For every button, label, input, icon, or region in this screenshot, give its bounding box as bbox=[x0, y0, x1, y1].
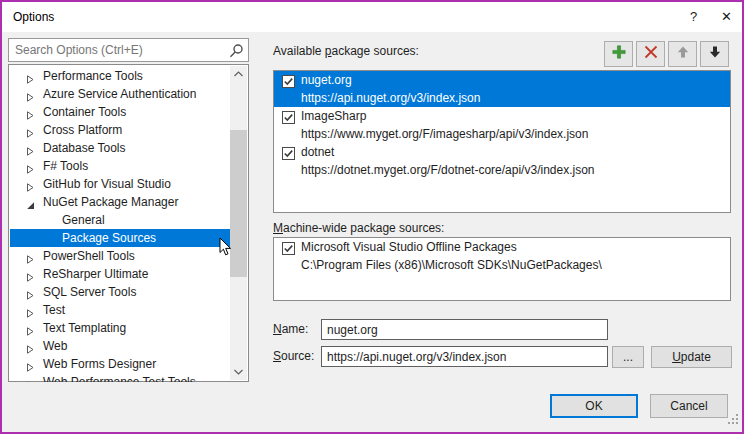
collapsed-arrow-icon[interactable] bbox=[26, 251, 35, 260]
search-box bbox=[8, 38, 249, 62]
tree-item-label: ReSharper Ultimate bbox=[43, 265, 148, 283]
package-source-texts: nuget.orghttps://api.nuget.org/v3/index.… bbox=[301, 71, 728, 107]
tree-item-label: Performance Tools bbox=[43, 67, 143, 85]
package-source-url: https://api.nuget.org/v3/index.json bbox=[301, 89, 728, 107]
tree-item-performance-tools[interactable]: Performance Tools bbox=[10, 67, 232, 85]
scroll-down-icon[interactable] bbox=[230, 364, 247, 380]
tree-item-package-sources[interactable]: Package Sources bbox=[10, 229, 232, 247]
collapsed-arrow-icon[interactable] bbox=[26, 89, 35, 98]
checkbox-checked[interactable] bbox=[282, 242, 295, 255]
tree-item-text-templating[interactable]: Text Templating bbox=[10, 319, 232, 337]
resize-grip-icon[interactable] bbox=[727, 411, 739, 429]
tree-item-web-performance-test-tools[interactable]: Web Performance Test Tools bbox=[10, 373, 232, 382]
cancel-button[interactable]: Cancel bbox=[650, 394, 728, 418]
package-source-row[interactable]: Microsoft Visual Studio Offline Packages… bbox=[274, 238, 730, 274]
collapsed-arrow-icon[interactable] bbox=[26, 71, 35, 80]
tree-item-container-tools[interactable]: Container Tools bbox=[10, 103, 232, 121]
tree-item-label: Text Templating bbox=[43, 319, 126, 337]
options-tree-rows: Performance ToolsAzure Service Authentic… bbox=[10, 66, 232, 382]
tree-scrollbar[interactable] bbox=[230, 66, 247, 380]
source-field[interactable] bbox=[321, 346, 608, 367]
remove-x-icon bbox=[643, 44, 659, 64]
name-field[interactable] bbox=[321, 319, 608, 340]
tree-item-powershell-tools[interactable]: PowerShell Tools bbox=[10, 247, 232, 265]
add-source-button[interactable] bbox=[604, 41, 633, 67]
help-button[interactable]: ? bbox=[678, 2, 709, 32]
package-source-row[interactable]: ImageSharphttps://www.myget.org/F/images… bbox=[274, 107, 730, 143]
tree-item-label: F# Tools bbox=[43, 157, 88, 175]
tree-item-azure-service-authentication[interactable]: Azure Service Authentication bbox=[10, 85, 232, 103]
checkbox-checked[interactable] bbox=[282, 147, 295, 160]
checkbox-checked[interactable] bbox=[282, 75, 295, 88]
scroll-up-icon[interactable] bbox=[230, 66, 247, 82]
collapsed-arrow-icon[interactable] bbox=[26, 125, 35, 134]
remove-source-button[interactable] bbox=[636, 41, 665, 67]
tree-item-f-tools[interactable]: F# Tools bbox=[10, 157, 232, 175]
package-source-name: dotnet bbox=[301, 143, 728, 161]
expanded-arrow-icon[interactable] bbox=[26, 197, 35, 206]
collapsed-arrow-icon[interactable] bbox=[26, 377, 35, 382]
tree-item-label: Container Tools bbox=[43, 103, 126, 121]
tree-item-resharper-ultimate[interactable]: ReSharper Ultimate bbox=[10, 265, 232, 283]
scrollbar-thumb[interactable] bbox=[230, 130, 247, 277]
search-icon[interactable] bbox=[228, 43, 244, 63]
collapsed-arrow-icon[interactable] bbox=[26, 269, 35, 278]
name-label: Name: bbox=[273, 319, 308, 340]
collapsed-arrow-icon[interactable] bbox=[26, 323, 35, 332]
close-button[interactable]: ✕ bbox=[711, 2, 742, 32]
tree-item-web-forms-designer[interactable]: Web Forms Designer bbox=[10, 355, 232, 373]
arrow-down-icon bbox=[708, 45, 722, 63]
tree-item-label: Azure Service Authentication bbox=[43, 85, 196, 103]
tree-item-label: Cross Platform bbox=[43, 121, 122, 139]
package-source-texts: ImageSharphttps://www.myget.org/F/images… bbox=[301, 107, 728, 143]
tree-item-label: GitHub for Visual Studio bbox=[43, 175, 171, 193]
plus-icon bbox=[611, 44, 627, 64]
tree-item-test[interactable]: Test bbox=[10, 301, 232, 319]
package-source-texts: dotnethttps://dotnet.myget.org/F/dotnet-… bbox=[301, 143, 728, 179]
tree-item-label: SQL Server Tools bbox=[43, 283, 136, 301]
collapsed-arrow-icon[interactable] bbox=[26, 341, 35, 350]
tree-item-nuget-package-manager[interactable]: NuGet Package Manager bbox=[10, 193, 232, 211]
tree-item-database-tools[interactable]: Database Tools bbox=[10, 139, 232, 157]
tree-item-web[interactable]: Web bbox=[10, 337, 232, 355]
tree-item-label: Web Performance Test Tools bbox=[43, 373, 196, 382]
tree-item-label: Test bbox=[43, 301, 65, 319]
collapsed-arrow-icon[interactable] bbox=[26, 359, 35, 368]
package-source-row[interactable]: dotnethttps://dotnet.myget.org/F/dotnet-… bbox=[274, 143, 730, 179]
package-source-row[interactable]: nuget.orghttps://api.nuget.org/v3/index.… bbox=[274, 71, 730, 107]
tree-item-general[interactable]: General bbox=[10, 211, 232, 229]
source-label: Source: bbox=[273, 346, 314, 367]
ok-button[interactable]: OK bbox=[550, 394, 638, 418]
tree-item-cross-platform[interactable]: Cross Platform bbox=[10, 121, 232, 139]
tree-item-label: NuGet Package Manager bbox=[43, 193, 178, 211]
dialog-title: Options bbox=[13, 2, 54, 32]
collapsed-arrow-icon[interactable] bbox=[26, 107, 35, 116]
collapsed-arrow-icon[interactable] bbox=[26, 287, 35, 296]
machine-sources-label: Machine-wide package sources: bbox=[273, 221, 444, 235]
package-source-name: nuget.org bbox=[301, 71, 728, 89]
title-bar[interactable]: Options ? ✕ bbox=[2, 2, 742, 32]
tree-item-sql-server-tools[interactable]: SQL Server Tools bbox=[10, 283, 232, 301]
package-source-url: https://www.myget.org/F/imagesharp/api/v… bbox=[301, 125, 728, 143]
tree-item-label: Database Tools bbox=[43, 139, 126, 157]
update-button[interactable]: Update bbox=[651, 346, 732, 368]
collapsed-arrow-icon[interactable] bbox=[26, 305, 35, 314]
tree-item-label: Web Forms Designer bbox=[43, 355, 156, 373]
collapsed-arrow-icon[interactable] bbox=[26, 161, 35, 170]
search-input[interactable] bbox=[9, 39, 227, 61]
tree-item-github-for-visual-studio[interactable]: GitHub for Visual Studio bbox=[10, 175, 232, 193]
tree-item-label: Web bbox=[43, 337, 67, 355]
package-source-url: https://dotnet.myget.org/F/dotnet-core/a… bbox=[301, 161, 728, 179]
available-sources-label: Available package sources: bbox=[273, 44, 419, 58]
package-source-name: ImageSharp bbox=[301, 107, 728, 125]
machine-sources-list: Microsoft Visual Studio Offline Packages… bbox=[273, 237, 731, 301]
mouse-cursor-icon bbox=[219, 237, 232, 261]
collapsed-arrow-icon[interactable] bbox=[26, 179, 35, 188]
package-source-url: C:\Program Files (x86)\Microsoft SDKs\Nu… bbox=[301, 256, 728, 274]
browse-button[interactable]: ... bbox=[612, 346, 644, 368]
move-up-button[interactable] bbox=[668, 41, 697, 67]
move-down-button[interactable] bbox=[700, 41, 729, 67]
tree-item-label: PowerShell Tools bbox=[43, 247, 135, 265]
collapsed-arrow-icon[interactable] bbox=[26, 143, 35, 152]
checkbox-checked[interactable] bbox=[282, 111, 295, 124]
